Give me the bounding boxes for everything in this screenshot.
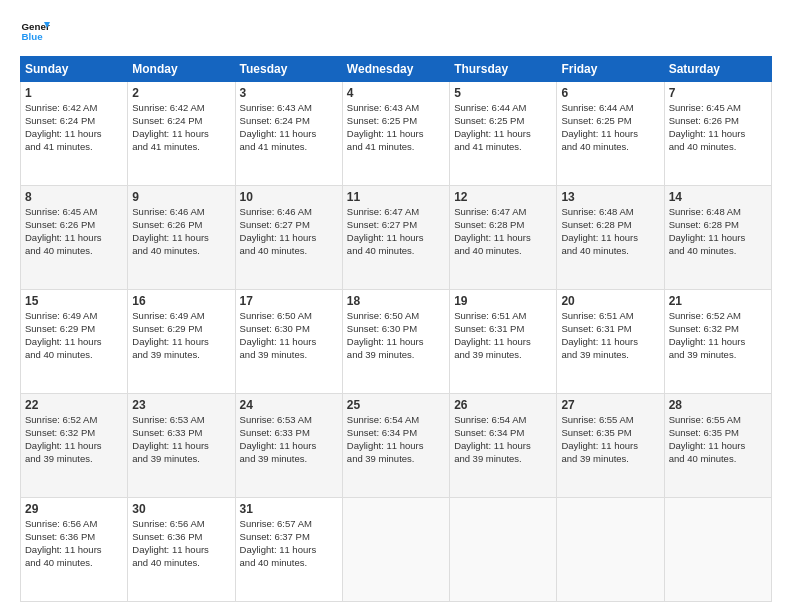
cell-info: Sunset: 6:37 PM [240,531,338,544]
day-number: 7 [669,85,767,101]
cell-info: Sunrise: 6:56 AM [132,518,230,531]
cell-info: Sunset: 6:33 PM [240,427,338,440]
cell-info: Daylight: 11 hours [240,440,338,453]
cell-info: Sunrise: 6:42 AM [132,102,230,115]
cell-info: Daylight: 11 hours [561,128,659,141]
cell-info: Sunset: 6:29 PM [25,323,123,336]
col-header-friday: Friday [557,57,664,82]
cell-info: Daylight: 11 hours [240,232,338,245]
cell-info: Sunrise: 6:44 AM [454,102,552,115]
cell-info: Sunrise: 6:56 AM [25,518,123,531]
day-number: 25 [347,397,445,413]
cell-info: Sunset: 6:24 PM [25,115,123,128]
cell-info: Sunrise: 6:50 AM [240,310,338,323]
cell-info: and 40 minutes. [240,245,338,258]
cell-info: and 39 minutes. [347,453,445,466]
cell-info: Daylight: 11 hours [25,232,123,245]
cell-info: and 39 minutes. [561,453,659,466]
day-number: 11 [347,189,445,205]
cell-info: and 39 minutes. [454,453,552,466]
cell-info: Daylight: 11 hours [454,440,552,453]
day-number: 26 [454,397,552,413]
cell-info: Daylight: 11 hours [561,440,659,453]
cell-info: Daylight: 11 hours [561,336,659,349]
cell-info: Daylight: 11 hours [25,544,123,557]
cell-info: Sunset: 6:33 PM [132,427,230,440]
calendar-cell: 4Sunrise: 6:43 AMSunset: 6:25 PMDaylight… [342,82,449,186]
calendar-cell: 22Sunrise: 6:52 AMSunset: 6:32 PMDayligh… [21,394,128,498]
calendar-cell: 8Sunrise: 6:45 AMSunset: 6:26 PMDaylight… [21,186,128,290]
cell-info: Sunset: 6:35 PM [669,427,767,440]
calendar-cell: 13Sunrise: 6:48 AMSunset: 6:28 PMDayligh… [557,186,664,290]
calendar-cell [450,498,557,602]
cell-info: Sunrise: 6:43 AM [347,102,445,115]
day-number: 30 [132,501,230,517]
cell-info: and 40 minutes. [561,141,659,154]
calendar-cell: 5Sunrise: 6:44 AMSunset: 6:25 PMDaylight… [450,82,557,186]
cell-info: Sunrise: 6:49 AM [25,310,123,323]
cell-info: Daylight: 11 hours [132,232,230,245]
cell-info: and 39 minutes. [25,453,123,466]
cell-info: Daylight: 11 hours [561,232,659,245]
cell-info: and 40 minutes. [25,245,123,258]
cell-info: Sunset: 6:32 PM [25,427,123,440]
cell-info: Sunset: 6:31 PM [454,323,552,336]
cell-info: and 41 minutes. [240,141,338,154]
cell-info: Sunrise: 6:52 AM [25,414,123,427]
cell-info: Sunrise: 6:49 AM [132,310,230,323]
day-number: 4 [347,85,445,101]
cell-info: Sunset: 6:34 PM [347,427,445,440]
day-number: 9 [132,189,230,205]
calendar-cell: 10Sunrise: 6:46 AMSunset: 6:27 PMDayligh… [235,186,342,290]
cell-info: and 41 minutes. [454,141,552,154]
cell-info: and 40 minutes. [240,557,338,570]
cell-info: Daylight: 11 hours [669,232,767,245]
day-number: 13 [561,189,659,205]
cell-info: Daylight: 11 hours [669,128,767,141]
cell-info: Daylight: 11 hours [240,336,338,349]
cell-info: and 40 minutes. [347,245,445,258]
cell-info: Daylight: 11 hours [25,336,123,349]
cell-info: Sunrise: 6:51 AM [454,310,552,323]
cell-info: Sunrise: 6:46 AM [240,206,338,219]
cell-info: Sunset: 6:34 PM [454,427,552,440]
day-number: 2 [132,85,230,101]
cell-info: Sunrise: 6:54 AM [454,414,552,427]
col-header-thursday: Thursday [450,57,557,82]
cell-info: Daylight: 11 hours [240,544,338,557]
day-number: 1 [25,85,123,101]
cell-info: Sunset: 6:27 PM [240,219,338,232]
cell-info: and 39 minutes. [132,349,230,362]
calendar-cell: 16Sunrise: 6:49 AMSunset: 6:29 PMDayligh… [128,290,235,394]
cell-info: Sunset: 6:28 PM [454,219,552,232]
cell-info: Daylight: 11 hours [669,336,767,349]
cell-info: Daylight: 11 hours [454,232,552,245]
cell-info: and 40 minutes. [132,557,230,570]
calendar-cell: 25Sunrise: 6:54 AMSunset: 6:34 PMDayligh… [342,394,449,498]
cell-info: Sunrise: 6:55 AM [561,414,659,427]
cell-info: Daylight: 11 hours [132,440,230,453]
calendar-cell: 12Sunrise: 6:47 AMSunset: 6:28 PMDayligh… [450,186,557,290]
cell-info: and 39 minutes. [669,349,767,362]
day-number: 18 [347,293,445,309]
calendar-cell: 15Sunrise: 6:49 AMSunset: 6:29 PMDayligh… [21,290,128,394]
calendar-cell: 20Sunrise: 6:51 AMSunset: 6:31 PMDayligh… [557,290,664,394]
calendar-cell: 1Sunrise: 6:42 AMSunset: 6:24 PMDaylight… [21,82,128,186]
svg-text:Blue: Blue [22,31,44,42]
cell-info: Sunset: 6:36 PM [132,531,230,544]
cell-info: Sunrise: 6:55 AM [669,414,767,427]
cell-info: and 40 minutes. [454,245,552,258]
calendar-cell: 2Sunrise: 6:42 AMSunset: 6:24 PMDaylight… [128,82,235,186]
cell-info: Sunset: 6:28 PM [561,219,659,232]
logo: General Blue [20,16,50,46]
calendar-cell: 29Sunrise: 6:56 AMSunset: 6:36 PMDayligh… [21,498,128,602]
day-number: 22 [25,397,123,413]
cell-info: Sunset: 6:24 PM [240,115,338,128]
cell-info: Sunset: 6:35 PM [561,427,659,440]
day-number: 6 [561,85,659,101]
cell-info: and 39 minutes. [454,349,552,362]
cell-info: Sunset: 6:32 PM [669,323,767,336]
cell-info: and 40 minutes. [669,141,767,154]
calendar-cell [664,498,771,602]
cell-info: Daylight: 11 hours [132,336,230,349]
